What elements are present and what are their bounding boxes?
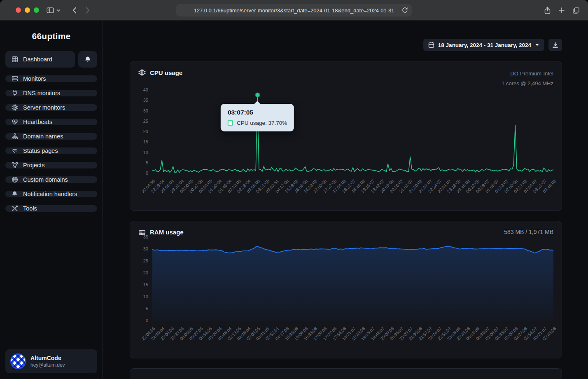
minimize-window-button[interactable]: [25, 7, 30, 13]
cpu-card-title: CPU usage: [150, 69, 182, 76]
reload-icon[interactable]: [402, 7, 408, 14]
sidebar-item-projects[interactable]: Projects: [5, 162, 97, 168]
sidebar-item-server-monitors[interactable]: Server monitors: [5, 104, 97, 111]
main-content: 18 January, 2024 - 31 January, 2024: [103, 21, 588, 379]
url-text: 127.0.0.1/66uptime/server-monitor/3&star…: [194, 7, 394, 14]
ram-y-axis: 35302520151050: [138, 237, 152, 321]
traffic-lights: [16, 7, 39, 13]
bell-icon: [11, 191, 18, 197]
sidebar-toggle-icon[interactable]: [47, 7, 54, 14]
ram-usage-card: RAM usage 583 MB / 1,971 MB 353025201510…: [130, 221, 562, 358]
notifications-bell-button[interactable]: [78, 51, 97, 68]
server-name: DO-Premium-Intel: [502, 69, 553, 79]
sidebar-item-dashboard[interactable]: Dashboard: [5, 51, 75, 68]
sidebar-item-label: Projects: [23, 162, 44, 168]
date-range-picker[interactable]: 18 January, 2024 - 31 January, 2024: [423, 39, 544, 51]
sidebar-item-label: Status pages: [23, 147, 58, 154]
chevron-down-icon[interactable]: [56, 9, 61, 12]
browser-window: 127.0.0.1/66uptime/server-monitor/3&star…: [0, 0, 588, 379]
user-email: hey@altum.dev: [30, 362, 65, 368]
sitemap-icon: [11, 133, 18, 140]
sidebar-item-tools[interactable]: Tools: [5, 205, 97, 212]
browser-chrome: 127.0.0.1/66uptime/server-monitor/3&star…: [0, 0, 588, 21]
cpu-chart-plot[interactable]: 03:07:05 CPU usage: 37.70%: [152, 90, 553, 173]
sidebar-item-label: Notification handlers: [23, 191, 77, 197]
sidebar-item-dns-monitors[interactable]: DNS monitors: [5, 90, 97, 96]
cpu-chip-icon: [138, 69, 146, 76]
sidebar-item-label: Dashboard: [23, 56, 52, 63]
sidebar-item-status-pages[interactable]: Status pages: [5, 147, 97, 154]
avatar: [10, 353, 26, 369]
sidebar-item-label: Tools: [23, 205, 37, 212]
back-icon[interactable]: [72, 7, 77, 14]
bell-icon: [84, 56, 91, 63]
sidebar-item-label: Monitors: [23, 75, 46, 82]
date-range-label: 18 January, 2024 - 31 January, 2024: [438, 42, 531, 48]
sidebar: 66uptime Dashboard: [0, 21, 103, 379]
sidebar-item-notification-handlers[interactable]: Notification handlers: [5, 191, 97, 197]
sidebar-item-label: Domain names: [23, 133, 63, 140]
download-icon: [552, 42, 558, 48]
tooltip-value: CPU usage: 37.70%: [237, 120, 287, 126]
server-specs: 1 cores @ 2,494 MHz: [502, 79, 553, 89]
dashboard-grid-icon: [11, 56, 18, 63]
diagram-project-icon: [11, 162, 18, 168]
zoom-window-button[interactable]: [34, 7, 39, 13]
sidebar-item-custom-domains[interactable]: Custom domains: [5, 176, 97, 183]
ram-usage-value: 583 MB / 1,971 MB: [504, 229, 553, 235]
sidebar-item-domain-names[interactable]: Domain names: [5, 133, 97, 140]
cpu-x-axis: 22:04:5622:39:0423:06:0423:33:0400:00:05…: [152, 173, 553, 206]
microchip-icon: [11, 104, 18, 111]
sidebar-item-monitors[interactable]: Monitors: [5, 75, 97, 82]
app-logo: 66uptime: [0, 21, 103, 51]
plug-icon: [11, 90, 18, 96]
sidebar-item-label: DNS monitors: [23, 90, 60, 96]
tools-icon: [11, 205, 18, 212]
tooltip-time: 03:07:05: [228, 109, 287, 116]
caret-down-icon: [535, 43, 539, 47]
tabs-overview-icon[interactable]: [572, 7, 580, 14]
wifi-icon: [11, 148, 18, 154]
new-tab-icon[interactable]: [558, 7, 565, 14]
sidebar-item-label: Heartbeats: [23, 119, 52, 125]
url-bar[interactable]: 127.0.0.1/66uptime/server-monitor/3&star…: [176, 4, 412, 16]
globe-icon: [11, 176, 18, 183]
ram-card-title: RAM usage: [150, 229, 184, 236]
sidebar-item-label: Server monitors: [23, 104, 65, 111]
date-toolbar: 18 January, 2024 - 31 January, 2024: [130, 39, 562, 51]
next-chart-card: [130, 368, 562, 379]
calendar-icon: [428, 42, 434, 48]
close-window-button[interactable]: [16, 7, 21, 13]
sidebar-nav: Dashboard Monitors: [0, 51, 103, 212]
legend-swatch-icon: [228, 120, 233, 126]
export-download-button[interactable]: [548, 39, 562, 51]
ram-chart-plot[interactable]: [152, 237, 553, 321]
sidebar-item-label: Custom domains: [23, 176, 68, 183]
user-account-card[interactable]: AltumCode hey@altum.dev: [5, 349, 97, 373]
ram-x-axis: 22:04:5622:39:0423:06:0423:33:0400:00:05…: [152, 321, 553, 354]
share-icon[interactable]: [544, 7, 551, 14]
heart-pulse-icon: [11, 119, 18, 125]
forward-icon[interactable]: [85, 7, 90, 14]
chart-tooltip: 03:07:05 CPU usage: 37.70%: [221, 104, 294, 131]
user-name: AltumCode: [30, 355, 65, 361]
server-icon: [11, 75, 18, 82]
cpu-usage-card: CPU usage DO-Premium-Intel 1 cores @ 2,4…: [130, 61, 562, 211]
cpu-y-axis: 4035302520151050: [138, 90, 152, 173]
sidebar-item-heartbeats[interactable]: Heartbeats: [5, 119, 97, 125]
tooltip-marker-dot: [256, 93, 259, 97]
